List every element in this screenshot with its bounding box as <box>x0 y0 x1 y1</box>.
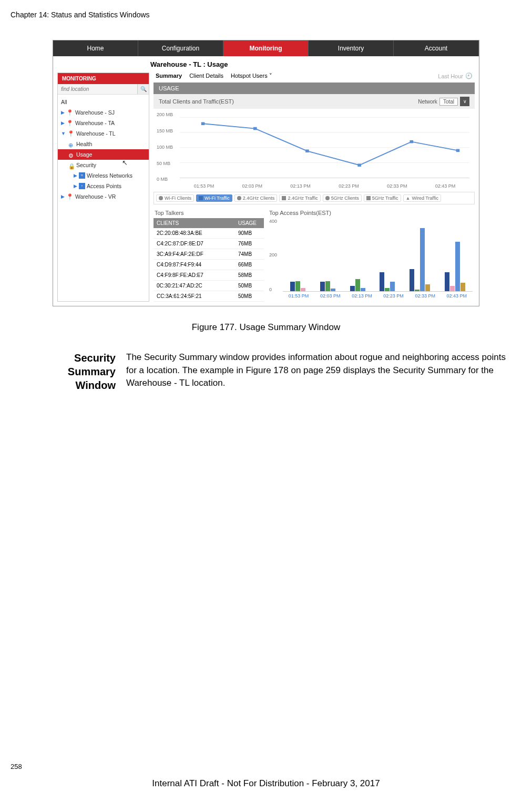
legend-label: Wi-Fi Traffic <box>204 196 230 201</box>
client-mac: C4:2C:87:DF:8E:D7 <box>154 239 235 249</box>
legend-chip[interactable]: 5GHz Traffic <box>364 194 401 202</box>
client-mac: C4:F9:8F:FE:AD:E7 <box>154 270 235 280</box>
nav-tab-account[interactable]: Account <box>394 40 479 56</box>
nav-tab-configuration[interactable]: Configuration <box>138 40 223 56</box>
x-tick: 02:13 PM <box>352 293 372 299</box>
subnav-summary[interactable]: Summary <box>156 73 182 79</box>
top-ap-chart-wrap: Top Access Points(EST) 400 200 0 01:53 P… <box>268 208 475 302</box>
legend-swatch-icon <box>159 196 163 200</box>
usage-panel-header: USAGE <box>154 83 475 94</box>
top-talkers-title: Top Talkers <box>154 208 264 218</box>
bar <box>385 288 390 292</box>
search-button[interactable]: 🔍 <box>137 84 149 94</box>
search-input[interactable] <box>58 84 137 94</box>
line-x-axis: 01:53 PM 02:03 PM 02:13 PM 02:23 PM 02:3… <box>154 182 475 192</box>
tree-item[interactable]: ▶📍Warehouse - VR <box>58 191 149 202</box>
legend-label: 5GHz Clients <box>331 196 359 201</box>
tree-label: Warehouse - SJ <box>75 108 115 117</box>
table-row[interactable]: 3C:A9:F4:AF:2E:DF74MB <box>154 249 264 260</box>
table-row[interactable]: 2C:20:0B:48:3A:BE90MB <box>154 228 264 239</box>
tree-item[interactable]: ▼📍Warehouse - TL <box>58 128 149 139</box>
x-tick: 02:03 PM <box>320 293 341 299</box>
bar <box>361 288 365 292</box>
nav-tab-inventory[interactable]: Inventory <box>309 40 394 56</box>
client-usage: 50MB <box>235 291 264 301</box>
legend-chip[interactable]: ▲Wired Traffic <box>403 194 441 202</box>
tree-child-wireless[interactable]: ▶ ≈ Wireless Networks <box>58 170 149 181</box>
pin-icon: 📍 <box>67 129 75 138</box>
tree-all[interactable]: All <box>58 97 149 107</box>
table-row[interactable]: C4:F9:8F:FE:AD:E758MB <box>154 270 264 281</box>
legend-chip[interactable]: 2.4GHz Traffic <box>279 194 320 202</box>
legend-label: 5GHz Traffic <box>372 196 398 201</box>
client-mac: CC:3A:61:24:5F:21 <box>154 291 235 301</box>
legend-chip[interactable]: Wi-Fi Clients <box>156 194 194 202</box>
legend-swatch-icon <box>325 196 330 200</box>
search-icon: 🔍 <box>140 86 147 92</box>
chart-subheader: Total Clients and Traffic(EST) Network T… <box>154 94 475 109</box>
table-row[interactable]: C4:D9:87:F4:F9:4466MB <box>154 260 264 270</box>
client-usage: 50MB <box>235 281 264 291</box>
bar <box>455 242 460 291</box>
top-ap-title: Top Access Points(EST) <box>268 208 475 218</box>
table-row[interactable]: CC:3A:61:24:5F:2150MB <box>154 291 264 302</box>
line-svg <box>180 112 469 180</box>
chart-title: Total Clients and Traffic(EST) <box>159 98 234 105</box>
tree-label: Access Points <box>87 182 121 190</box>
nav-tab-monitoring[interactable]: Monitoring <box>223 40 309 56</box>
client-usage: 74MB <box>235 249 264 259</box>
pin-icon: 📍 <box>66 192 74 201</box>
legend-chip[interactable]: 2.4GHz Clients <box>234 194 278 202</box>
tree-child-health[interactable]: ⊕ Health <box>58 139 149 149</box>
tree-label: Warehouse - TL <box>76 129 116 138</box>
client-mac: C4:D9:87:F4:F9:44 <box>154 260 235 270</box>
client-usage: 58MB <box>235 270 264 280</box>
cursor-icon: ↖ <box>122 159 128 167</box>
tree-child-usage[interactable]: ⚙ Usage <box>58 149 149 160</box>
legend-label: Wi-Fi Clients <box>165 196 191 201</box>
caret-right-icon: ▶ <box>74 182 77 190</box>
figure-caption: Figure 177. Usage Summary Window <box>11 322 521 333</box>
tree-child-ap[interactable]: ▶ ▫ Access Points <box>58 181 149 191</box>
x-tick: 02:23 PM <box>339 183 359 189</box>
tree-label: Security <box>76 161 96 169</box>
subnav-hotspot-users[interactable]: Hotspot Users ˅ <box>231 73 272 79</box>
network-dropdown-button[interactable]: ∨ <box>460 97 469 106</box>
chapter-header: Chapter 14: Status and Statistics Window… <box>11 11 521 19</box>
client-usage: 66MB <box>235 260 264 270</box>
x-tick: 02:13 PM <box>290 183 311 189</box>
svg-rect-5 <box>201 122 205 126</box>
bar <box>450 286 455 291</box>
tree-child-security[interactable]: 🔒 Security↖ <box>58 160 149 170</box>
table-row[interactable]: C4:2C:87:DF:8E:D776MB <box>154 239 264 249</box>
bar-group <box>350 279 365 291</box>
legend-label: 2.4GHz Clients <box>243 196 275 201</box>
tree-item[interactable]: ▶📍Warehouse - SJ <box>58 107 149 118</box>
chart-legend: Wi-Fi Clients Wi-Fi Traffic 2.4GHz Clien… <box>154 192 475 204</box>
legend-chip[interactable]: Wi-Fi Traffic <box>196 194 232 202</box>
nav-tab-home[interactable]: Home <box>53 40 138 56</box>
time-range-selector[interactable]: Last Hour 🕘 <box>438 73 473 79</box>
x-tick: 02:23 PM <box>383 293 404 299</box>
bar-group <box>290 281 305 292</box>
subnav-client-details[interactable]: Client Details <box>189 73 223 79</box>
sidebar-header: MONITORING <box>58 73 149 84</box>
network-select-value: Total <box>439 98 458 106</box>
table-row[interactable]: 0C:30:21:47:AD:2C50MB <box>154 281 264 291</box>
bar <box>410 269 414 291</box>
svg-rect-10 <box>456 149 460 152</box>
tree-item[interactable]: ▶📍Warehouse - TA <box>58 118 149 128</box>
tree-label: Health <box>76 140 92 148</box>
bar-group <box>320 281 335 292</box>
bar <box>425 284 430 291</box>
bar <box>355 279 360 291</box>
legend-swatch-icon: ▲ <box>406 196 411 201</box>
legend-chip[interactable]: 5GHz Clients <box>323 194 362 202</box>
legend-swatch-icon <box>366 196 371 200</box>
caret-right-icon: ▶ <box>61 108 65 117</box>
legend-swatch-icon <box>237 196 241 200</box>
svg-rect-8 <box>357 163 361 167</box>
bar <box>420 228 425 291</box>
bar <box>350 286 355 291</box>
bar-y-tick: 200 <box>269 252 277 258</box>
